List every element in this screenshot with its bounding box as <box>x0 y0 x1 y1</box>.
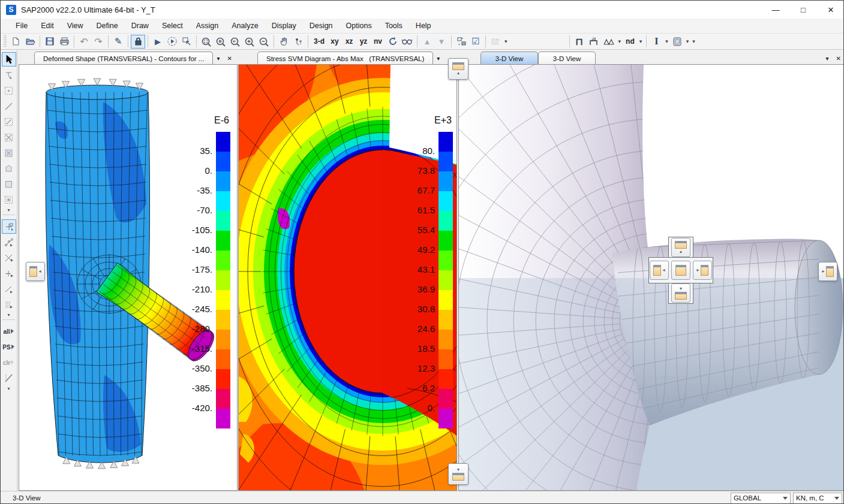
quick-draw-caret[interactable]: ▾ <box>617 35 623 49</box>
deselect-button[interactable] <box>2 371 16 385</box>
menu-define[interactable]: Define <box>90 20 125 32</box>
run-analysis-options-button[interactable] <box>165 35 179 49</box>
menu-display[interactable]: Display <box>265 20 303 32</box>
dock-tab-left-button[interactable]: ◂ <box>650 261 669 280</box>
snap-fine-grid-button[interactable] <box>2 297 16 312</box>
more-select-caret[interactable]: ▾ <box>7 386 10 392</box>
draw-joint-button[interactable] <box>2 83 16 98</box>
draw-braces-button[interactable] <box>2 130 16 144</box>
minimize-button[interactable]: — <box>762 1 789 19</box>
menu-edit[interactable]: Edit <box>34 20 61 32</box>
menu-draw[interactable]: Draw <box>125 20 155 32</box>
dock-tab-top-button[interactable]: ▴ <box>671 238 690 257</box>
tab-deformed-shape[interactable]: Deformed Shape (TRANSVERSAL) - Contours … <box>34 52 213 64</box>
print-button[interactable] <box>57 35 71 49</box>
snap-perpendicular-button[interactable] <box>2 266 16 280</box>
maximize-button[interactable]: □ <box>789 1 817 19</box>
display-options-caret[interactable]: ▾ <box>503 35 509 49</box>
set-display-options-button[interactable]: ☑ <box>468 35 483 49</box>
quick-draw-brace-button[interactable] <box>601 35 617 49</box>
draw-rect-area-button[interactable] <box>2 177 16 191</box>
select-all-button[interactable]: all <box>2 324 16 339</box>
snap-midpoints-ends-button[interactable] <box>2 235 16 249</box>
dock-tab-center-button[interactable] <box>671 261 690 280</box>
zoom-out-button[interactable] <box>257 35 271 49</box>
stress-tab-caret[interactable]: ▾ <box>433 52 443 64</box>
view-3d-button[interactable]: 3-d <box>311 35 328 49</box>
view3d-tab-caret[interactable]: ▾ <box>822 52 833 64</box>
i-section-button[interactable]: I <box>649 35 663 49</box>
more-snap-caret[interactable]: ▾ <box>7 312 10 318</box>
view3d-tab-close[interactable]: ✕ <box>833 52 844 64</box>
dock-top-guide[interactable]: ▴ <box>448 58 468 80</box>
undo-button[interactable]: ↶ <box>77 35 91 49</box>
draw-frame-button[interactable] <box>2 99 16 113</box>
snap-joints-button[interactable] <box>2 219 16 234</box>
draw-wall-button[interactable] <box>2 146 16 160</box>
reshape-object-button[interactable] <box>2 68 16 82</box>
new-model-button[interactable] <box>8 35 23 49</box>
quick-draw-beam-button[interactable]: H <box>587 35 601 49</box>
menu-analyze[interactable]: Analyze <box>225 20 265 32</box>
deformed-shape-canvas[interactable]: E-6 35.0.-35.-70.-105.-140.-175.-210.-24… <box>19 64 238 491</box>
dock-right-guide[interactable]: ▸ <box>818 262 837 281</box>
more-draw-tools-caret[interactable]: ▾ <box>7 207 10 213</box>
deformed-tab-caret[interactable]: ▾ <box>213 52 223 64</box>
menu-help[interactable]: Help <box>409 20 438 32</box>
quick-draw-frame-button[interactable]: ⊓ <box>572 35 587 49</box>
close-button[interactable]: ✕ <box>817 1 844 19</box>
refresh-window-button[interactable] <box>179 35 194 49</box>
redo-button[interactable]: ↷ <box>91 35 106 49</box>
menu-tools[interactable]: Tools <box>379 20 409 32</box>
extra-caret[interactable]: ▾ <box>690 35 697 49</box>
move-down-in-list-button[interactable]: ▼ <box>434 35 449 49</box>
tab-3d-view-1[interactable]: 3-D View <box>480 52 538 64</box>
units-dropdown[interactable]: KN, m, C <box>793 493 842 504</box>
snap-intersections-button[interactable] <box>2 251 16 265</box>
menu-select[interactable]: Select <box>155 20 190 32</box>
move-up-in-list-button[interactable]: ▲ <box>420 35 434 49</box>
dock-left-guide[interactable]: ◂ <box>26 262 45 281</box>
pen-button[interactable]: ✎ <box>111 35 125 49</box>
tab-3d-view-2[interactable]: 3-D View <box>538 52 596 64</box>
nd-button[interactable]: nd <box>623 35 638 49</box>
view-xz-button[interactable]: xz <box>342 35 356 49</box>
tab-stress-svm[interactable]: Stress SVM Diagram - Abs Max (TRANSVERSA… <box>257 52 433 64</box>
restore-full-view-button[interactable] <box>214 35 228 49</box>
dock-tab-right-button[interactable]: ▸ <box>693 261 712 280</box>
dock-bottom-guide[interactable]: ▾ <box>448 463 468 485</box>
previous-zoom-button[interactable] <box>228 35 242 49</box>
view-xy-button[interactable]: xy <box>328 35 342 49</box>
previous-selection-button[interactable]: PS <box>2 340 16 354</box>
more-display-options-button[interactable] <box>488 35 503 49</box>
draw-poly-area-button[interactable] <box>2 161 16 176</box>
menu-file[interactable]: File <box>9 20 34 32</box>
select-arrow-button[interactable] <box>2 52 16 67</box>
dock-tab-bottom-button[interactable]: ▾ <box>671 283 690 303</box>
perspective-toggle-button[interactable] <box>400 35 415 49</box>
clear-selection-button[interactable]: clr <box>2 355 16 370</box>
menu-assign[interactable]: Assign <box>190 20 226 32</box>
save-model-button[interactable] <box>43 35 57 49</box>
rotate-3d-view-button[interactable] <box>385 35 400 49</box>
stress-canvas[interactable]: E+3 80.73.867.761.555.449.243.136.930.82… <box>238 64 457 491</box>
rect-section-caret[interactable]: ▾ <box>684 35 691 49</box>
pan-button[interactable] <box>277 35 291 49</box>
lock-model-button[interactable] <box>131 35 145 49</box>
view-nv-button[interactable]: nv <box>371 35 385 49</box>
nd-caret[interactable]: ▾ <box>638 35 644 49</box>
quick-draw-area-button[interactable] <box>2 192 16 207</box>
quick-draw-frame-rail-button[interactable] <box>2 114 16 129</box>
i-section-caret[interactable]: ▾ <box>663 35 670 49</box>
object-shrink-toggle-button[interactable] <box>454 35 468 49</box>
open-file-button[interactable] <box>23 35 37 49</box>
menu-view[interactable]: View <box>61 20 90 32</box>
menu-design[interactable]: Design <box>303 20 340 32</box>
view-yz-button[interactable]: yz <box>356 35 371 49</box>
menu-options[interactable]: Options <box>340 20 379 32</box>
zoom-in-button[interactable] <box>242 35 257 49</box>
run-analysis-button[interactable]: ▶ <box>151 35 165 49</box>
named-views-button[interactable] <box>291 35 305 49</box>
snap-lines-edges-button[interactable] <box>2 282 16 296</box>
rect-section-button[interactable] <box>670 35 684 49</box>
